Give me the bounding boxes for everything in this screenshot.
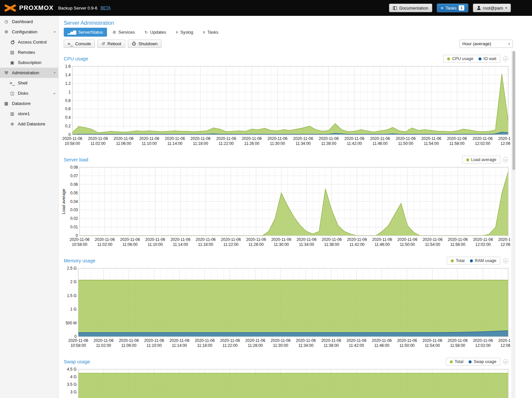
documentation-button[interactable]: Documentation	[389, 4, 432, 12]
panel-collapse-icon[interactable]	[503, 56, 508, 61]
shutdown-button[interactable]: Shutdown	[128, 40, 161, 48]
sidebar-item-label: Dashboard	[12, 19, 33, 24]
svg-text:2020-11-0611:42:00: 2020-11-0611:42:00	[347, 237, 367, 247]
sidebar-item-label: Subscription	[18, 60, 42, 65]
sidebar-item-remotes[interactable]: ▤ Remotes	[0, 47, 58, 57]
legend-item-total[interactable]: Total	[451, 258, 464, 263]
sidebar-item-label: Remotes	[18, 50, 35, 55]
svg-text:0.6: 0.6	[65, 107, 71, 111]
svg-text:2020-11-0611:26:00: 2020-11-0611:26:00	[242, 136, 262, 146]
svg-text:2020-11-0611:10:00: 2020-11-0611:10:00	[144, 338, 164, 348]
svg-text:2020-11-0611:18:00: 2020-11-0611:18:00	[191, 136, 211, 146]
svg-text:0.07: 0.07	[70, 174, 78, 178]
svg-text:2 G: 2 G	[70, 280, 77, 284]
panel-title: Swap usage	[64, 359, 90, 364]
remotes-icon: ▤	[9, 50, 15, 55]
sidebar-item-label: Administration	[12, 70, 39, 75]
svg-text:2020-11-0611:06:00: 2020-11-0611:06:00	[119, 338, 139, 348]
svg-text:1: 1	[68, 90, 71, 94]
svg-text:4 G: 4 G	[70, 375, 77, 379]
svg-text:2020-11-0611:02:00: 2020-11-0611:02:00	[88, 136, 108, 146]
chevron-down-icon[interactable]: ▾	[54, 71, 55, 75]
panel-collapse-icon[interactable]	[503, 157, 508, 162]
svg-text:1.5 G: 1.5 G	[67, 293, 77, 298]
toolbar: >_ Console ↺ Reboot Shutdown Hour (avera…	[58, 40, 515, 50]
server-load-chart: 00.010.020.030.040.050.060.070.082020-11…	[61, 165, 510, 250]
panel-collapse-icon[interactable]	[503, 359, 508, 364]
sidebar-item-subscription[interactable]: ▣ Subscription	[0, 57, 58, 68]
legend-item-io-wait[interactable]: IO wait	[479, 56, 496, 61]
gear-icon: ⚙	[3, 29, 9, 34]
svg-text:2020-11-0611:46:00: 2020-11-0611:46:00	[372, 237, 392, 247]
sidebar-item-datastore[interactable]: ▦ Datastore	[0, 98, 58, 109]
legend-dot	[466, 158, 469, 161]
sidebar-item-dashboard[interactable]: ◷ Dashboard	[0, 17, 58, 27]
user-icon	[477, 6, 481, 10]
svg-text:2020-11-0611:22:00: 2020-11-0611:22:00	[216, 136, 236, 146]
cpu-usage-panel: CPU usage CPU usage IO wait	[61, 54, 510, 149]
beta-link[interactable]: BETA	[101, 6, 111, 10]
tasks-count-badge: 1	[459, 5, 464, 11]
tab-serverstatus[interactable]: ▂▅▇ ServerStatus	[64, 28, 107, 37]
svg-text:2020-11-0612:02:00: 2020-11-0612:02:00	[473, 338, 493, 348]
tab-syslog[interactable]: ≡ Syslog	[172, 28, 197, 37]
user-menu-button[interactable]: root@pam ▾	[473, 4, 511, 12]
sidebar-item-store1[interactable]: ▥ store1	[0, 109, 58, 119]
legend-item-ram-usage[interactable]: RAM usage	[470, 258, 496, 263]
svg-text:3 G: 3 G	[70, 390, 77, 394]
reboot-label: Reboot	[107, 41, 121, 46]
chart-legend: Total RAM usage	[447, 257, 500, 265]
chevron-down-icon: ▾	[508, 42, 510, 46]
svg-text:0.4: 0.4	[65, 115, 71, 120]
tab-tasks[interactable]: ≡ Tasks	[199, 28, 222, 37]
tasks-button[interactable]: ≡ Tasks 1	[437, 4, 468, 12]
panel-title: Memory usage	[64, 258, 95, 263]
legend-label: Total	[456, 258, 464, 263]
svg-text:2020-11-0611:38:00: 2020-11-0611:38:00	[319, 136, 339, 146]
reboot-button[interactable]: ↺ Reboot	[97, 40, 125, 48]
svg-text:2020-11-0611:14:00: 2020-11-0611:14:00	[165, 136, 185, 146]
legend-item-load-average[interactable]: Load average	[466, 157, 496, 162]
panel-collapse-icon[interactable]	[503, 258, 508, 263]
tab-updates[interactable]: ↻ Updates	[140, 28, 170, 37]
timeframe-select[interactable]: Hour (average) ▾	[459, 40, 513, 48]
sidebar-item-administration[interactable]: ⚒ Administration ▾	[0, 68, 58, 78]
sidebar-item-disks[interactable]: ◫ Disks ▸	[0, 88, 58, 98]
product-version: Backup Server 0.9-6	[58, 6, 97, 11]
svg-text:2020-11-0611:02:00: 2020-11-0611:02:00	[95, 237, 115, 247]
svg-text:2020-11-0611:54:00: 2020-11-0611:54:00	[421, 136, 442, 146]
sidebar-item-shell[interactable]: >_ Shell	[0, 78, 58, 88]
svg-text:2020-11-0611:34:00: 2020-11-0611:34:00	[297, 237, 317, 247]
legend-item-swap-usage[interactable]: Swap usage	[469, 359, 496, 364]
legend-item-total[interactable]: Total	[450, 359, 463, 364]
sidebar-item-configuration[interactable]: ⚙ Configuration ▾	[0, 27, 58, 37]
scrollbar-thumb[interactable]	[513, 51, 515, 170]
svg-text:0.06: 0.06	[70, 182, 78, 187]
sidebar-item-access-control[interactable]: Access Control	[0, 37, 58, 47]
console-button[interactable]: >_ Console	[64, 40, 95, 48]
svg-text:1.2: 1.2	[65, 81, 71, 86]
timeframe-value: Hour (average)	[462, 41, 508, 46]
svg-text:2020-11-0612:06:00: 2020-11-0612:06:00	[498, 136, 510, 146]
vertical-scrollbar[interactable]	[512, 50, 515, 398]
legend-item-cpu-usage[interactable]: CPU usage	[447, 56, 473, 61]
chevron-down-icon[interactable]: ▾	[54, 30, 55, 34]
svg-text:2020-11-0611:46:00: 2020-11-0611:46:00	[370, 136, 390, 146]
sidebar-item-label: Configuration	[12, 29, 37, 34]
legend-dot	[451, 259, 454, 262]
svg-text:0.03: 0.03	[70, 208, 78, 212]
disk-icon: ◫	[9, 91, 15, 96]
memory-usage-panel: Memory usage Total RAM usage	[61, 256, 510, 351]
tab-services[interactable]: ⚙ Services	[109, 28, 139, 37]
tab-label: ServerStatus	[78, 30, 103, 35]
sidebar-item-add-datastore[interactable]: ⊕ Add Datastore	[0, 119, 58, 129]
sidebar: ◷ Dashboard ⚙ Configuration ▾ Access Con…	[0, 16, 58, 398]
svg-text:500 M: 500 M	[66, 321, 77, 325]
app-header: PROXMOX Backup Server 0.9-6 BETA Documen…	[0, 0, 532, 16]
sidebar-item-label: Disks	[18, 91, 28, 96]
tab-label: Services	[119, 30, 135, 35]
svg-text:2020-11-0611:34:00: 2020-11-0611:34:00	[296, 338, 316, 348]
svg-text:2020-11-0611:18:00: 2020-11-0611:18:00	[195, 338, 215, 348]
chevron-right-icon[interactable]: ▸	[54, 91, 55, 95]
svg-text:2020-11-0611:10:00: 2020-11-0611:10:00	[145, 237, 165, 247]
